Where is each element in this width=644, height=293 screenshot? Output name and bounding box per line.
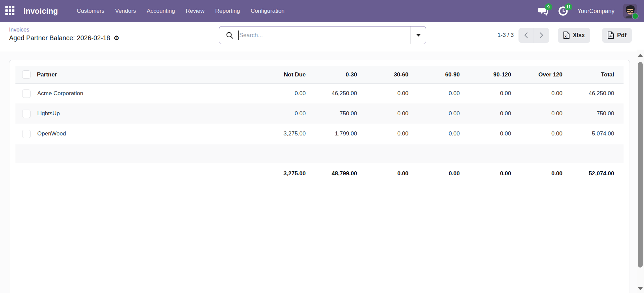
table-row[interactable]: LightsUp 0.00 750.00 0.00 0.00 0.00 0.00…: [15, 104, 624, 124]
pager-previous-button[interactable]: [518, 28, 534, 43]
pdf-file-icon: [607, 31, 614, 39]
apps-menu-icon[interactable]: [5, 6, 15, 16]
cell-over-120[interactable]: 0.00: [514, 124, 566, 144]
chevron-right-icon: [539, 32, 544, 39]
partner-name[interactable]: OpenWood: [37, 124, 258, 144]
chevron-down-icon: [416, 34, 421, 37]
export-pdf-button[interactable]: Pdf: [602, 28, 632, 43]
cell-over-120[interactable]: 0.00: [514, 104, 566, 124]
cell-0-30[interactable]: 1,799.00: [309, 124, 360, 144]
menu-item-vendors[interactable]: Vendors: [115, 8, 136, 14]
header-30-60[interactable]: 30-60: [360, 66, 412, 83]
total-30-60: 0.00: [360, 163, 412, 184]
cell-0-30[interactable]: 46,250.00: [309, 83, 360, 104]
cell-90-120[interactable]: 0.00: [463, 83, 514, 104]
header-not-due[interactable]: Not Due: [258, 66, 309, 83]
select-all-checkbox[interactable]: [22, 70, 31, 79]
search-input[interactable]: [239, 32, 406, 39]
navbar-left: Invoicing Customers Vendors Accounting R…: [5, 6, 285, 16]
online-status-dot: [632, 13, 639, 19]
activities-icon[interactable]: 11: [557, 5, 569, 17]
table-row[interactable]: OpenWood 3,275.00 1,799.00 0.00 0.00 0.0…: [15, 124, 624, 144]
xlsx-file-icon: x: [563, 31, 570, 39]
total-0-30: 48,799.00: [309, 163, 360, 184]
header-partner[interactable]: Partner: [37, 66, 258, 83]
search-bar: [219, 26, 426, 44]
cell-30-60[interactable]: 0.00: [360, 124, 412, 144]
total-grand: 52,074.00: [566, 163, 624, 184]
partner-name[interactable]: Acme Corporation: [37, 83, 258, 104]
cell-over-120[interactable]: 0.00: [514, 83, 566, 104]
menu-item-customers[interactable]: Customers: [77, 8, 104, 14]
main-content: Partner Not Due 0-30 30-60 60-90 90-120 …: [0, 52, 644, 293]
menu-item-review[interactable]: Review: [186, 8, 204, 14]
menu-item-reporting[interactable]: Reporting: [215, 8, 240, 14]
page-title: Aged Partner Balance: 2026-02-18: [9, 34, 110, 42]
header-0-30[interactable]: 0-30: [309, 66, 360, 83]
row-checkbox[interactable]: [22, 90, 31, 98]
cell-90-120[interactable]: 0.00: [463, 124, 514, 144]
total-90-120: 0.00: [463, 163, 514, 184]
row-checkbox[interactable]: [22, 110, 31, 118]
partner-name[interactable]: LightsUp: [37, 104, 258, 124]
total-not-due: 3,275.00: [258, 163, 309, 184]
export-xlsx-button[interactable]: x Xlsx: [558, 28, 590, 43]
systray: 9 11 YourCompany: [537, 4, 637, 18]
chevron-left-icon: [524, 32, 529, 39]
cell-0-30[interactable]: 750.00: [309, 104, 360, 124]
total-60-90: 0.00: [412, 163, 463, 184]
xlsx-button-label: Xlsx: [573, 32, 585, 39]
cell-not-due[interactable]: 0.00: [258, 83, 309, 104]
breadcrumb-invoices-link[interactable]: Invoices: [9, 26, 119, 33]
cell-60-90[interactable]: 0.00: [412, 83, 463, 104]
header-60-90[interactable]: 60-90: [412, 66, 463, 83]
vertical-scrollbar[interactable]: [637, 50, 644, 293]
table-row[interactable]: Acme Corporation 0.00 46,250.00 0.00 0.0…: [15, 83, 624, 104]
search-icon: [226, 32, 233, 39]
top-navbar: Invoicing Customers Vendors Accounting R…: [0, 0, 644, 22]
empty-row: [15, 144, 624, 163]
scrollbar-down-arrow-icon[interactable]: [638, 287, 643, 290]
app-name[interactable]: Invoicing: [23, 7, 58, 16]
cell-total[interactable]: 46,250.00: [566, 83, 624, 104]
cell-60-90[interactable]: 0.00: [412, 104, 463, 124]
company-switcher[interactable]: YourCompany: [578, 8, 614, 15]
messages-badge: 9: [545, 3, 552, 10]
search-filters-toggle[interactable]: [410, 26, 426, 44]
total-over-120: 0.00: [514, 163, 566, 184]
menu-item-accounting[interactable]: Accounting: [147, 8, 175, 14]
pager-next-button[interactable]: [534, 28, 549, 43]
svg-text:x: x: [564, 34, 567, 38]
cell-total[interactable]: 5,074.00: [566, 124, 624, 144]
main-menu: Customers Vendors Accounting Review Repo…: [77, 8, 285, 14]
scrollbar-thumb[interactable]: [638, 62, 643, 268]
table-header-row: Partner Not Due 0-30 30-60 60-90 90-120 …: [15, 66, 624, 83]
pager: [518, 28, 549, 43]
cell-total[interactable]: 750.00: [566, 104, 624, 124]
header-over-120[interactable]: Over 120: [514, 66, 566, 83]
header-90-120[interactable]: 90-120: [463, 66, 514, 83]
control-panel: Invoices Aged Partner Balance: 2026-02-1…: [0, 22, 644, 52]
header-total[interactable]: Total: [566, 66, 624, 83]
cell-90-120[interactable]: 0.00: [463, 104, 514, 124]
cell-30-60[interactable]: 0.00: [360, 83, 412, 104]
search-field-area[interactable]: [219, 26, 410, 44]
report-card: Partner Not Due 0-30 30-60 60-90 90-120 …: [9, 60, 630, 293]
cell-not-due[interactable]: 0.00: [258, 104, 309, 124]
row-checkbox[interactable]: [22, 130, 31, 138]
user-avatar[interactable]: [623, 4, 637, 18]
text-cursor: [238, 31, 239, 40]
control-panel-actions: 1-3 / 3 x Xlsx: [498, 26, 632, 44]
pdf-button-label: Pdf: [617, 32, 627, 39]
scrollbar-up-arrow-icon[interactable]: [638, 54, 643, 57]
messages-icon[interactable]: 9: [537, 5, 549, 17]
breadcrumb: Invoices Aged Partner Balance: 2026-02-1…: [9, 26, 119, 42]
activities-badge: 11: [565, 3, 572, 10]
totals-row: 3,275.00 48,799.00 0.00 0.00 0.00 0.00 5…: [15, 163, 624, 184]
menu-item-configuration[interactable]: Configuration: [251, 8, 285, 14]
cell-60-90[interactable]: 0.00: [412, 124, 463, 144]
report-options-gear-icon[interactable]: ⚙: [113, 35, 119, 41]
cell-not-due[interactable]: 3,275.00: [258, 124, 309, 144]
aged-balance-table: Partner Not Due 0-30 30-60 60-90 90-120 …: [15, 66, 624, 184]
cell-30-60[interactable]: 0.00: [360, 104, 412, 124]
